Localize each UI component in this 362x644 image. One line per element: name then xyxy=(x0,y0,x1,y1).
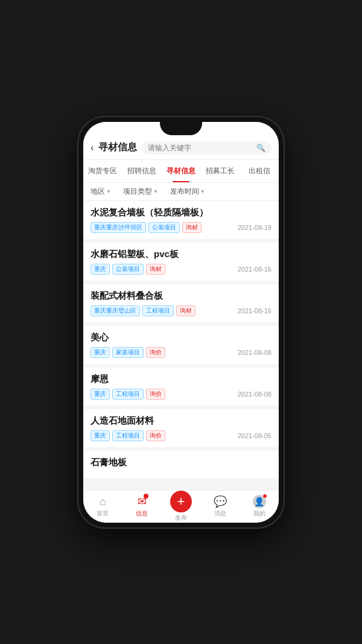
tab-recruit[interactable]: 招聘信息 xyxy=(122,160,162,182)
tag-location: 重庆 xyxy=(91,430,110,441)
tag-location: 重庆 xyxy=(91,389,110,400)
tag-action[interactable]: 询材 xyxy=(182,222,202,233)
chat-icon: 💬 xyxy=(214,495,227,508)
tag-location: 重庆重庆沙坪坝区 xyxy=(91,222,146,233)
filter-type-arrow: ▼ xyxy=(153,189,158,194)
nav-item-info[interactable]: ✉ 信息 xyxy=(122,491,162,523)
item-title: 水泥复合墙板（轻质隔墙板） xyxy=(91,207,272,218)
list-item[interactable]: 美心 重庆 家装项目 询价 2021-08-08 xyxy=(83,326,279,364)
tag-project: 工程项目 xyxy=(112,430,144,441)
tag-action[interactable]: 询材 xyxy=(146,264,165,275)
tag-action[interactable]: 询价 xyxy=(146,389,165,400)
search-icon: 🔍 xyxy=(256,144,265,152)
back-button[interactable]: ‹ xyxy=(91,142,94,153)
material-list: 水泥复合墙板（轻质隔墙板） 重庆重庆沙坪坝区 公装项目 询材 2021-08-1… xyxy=(83,201,279,490)
filter-date[interactable]: 发布时间 ▼ xyxy=(170,187,205,197)
list-item[interactable]: 摩恩 重庆 工程项目 询价 2021-08-08 xyxy=(83,368,279,406)
message-badge: ✉ xyxy=(138,495,147,508)
item-meta: 重庆 工程项目 询价 2021-08-08 xyxy=(91,389,272,400)
search-input[interactable] xyxy=(148,144,254,152)
tag-action[interactable]: 询价 xyxy=(146,347,165,358)
nav-item-chat[interactable]: 💬 消息 xyxy=(200,491,240,523)
item-date: 2021-08-08 xyxy=(238,391,272,398)
home-icon: ⌂ xyxy=(100,496,106,508)
tag-location: 重庆 xyxy=(91,264,110,275)
filter-region[interactable]: 地区 ▼ xyxy=(91,187,111,197)
item-meta: 重庆重庆璧山区 工程项目 询材 2021-08-16 xyxy=(91,305,272,316)
item-title: 水磨石铝塑板、pvc板 xyxy=(91,249,272,260)
tag-project: 公装项目 xyxy=(112,264,144,275)
item-title: 美心 xyxy=(91,332,272,343)
list-item[interactable]: 水泥复合墙板（轻质隔墙板） 重庆重庆沙坪坝区 公装项目 询材 2021-08-1… xyxy=(83,201,279,239)
list-item-truncated[interactable]: 石膏地板 xyxy=(83,451,279,478)
item-meta: 重庆 家装项目 询价 2021-08-08 xyxy=(91,347,272,358)
item-meta: 重庆重庆沙坪坝区 公装项目 询材 2021-08-19 xyxy=(91,222,272,233)
nav-label-home: 首页 xyxy=(97,509,109,518)
bottom-nav: ⌂ 首页 ✉ 信息 + 发布 💬 消息 xyxy=(83,490,279,523)
item-title: 石膏地板 xyxy=(91,457,272,468)
nav-label-my: 我的 xyxy=(253,509,265,518)
page-title: 寻材信息 xyxy=(98,141,137,154)
avatar-icon: 👤 xyxy=(253,495,266,508)
message-dot xyxy=(144,494,148,499)
nav-label-publish: 发布 xyxy=(175,514,187,522)
tag-project: 公装项目 xyxy=(148,222,180,233)
tabs-bar: 淘货专区 招聘信息 寻材信息 招募工长 出租信 xyxy=(83,160,279,183)
item-date: 2021-08-16 xyxy=(238,266,272,273)
nav-item-home[interactable]: ⌂ 首页 xyxy=(83,491,122,523)
filter-project-type[interactable]: 项目类型 ▼ xyxy=(123,187,158,197)
item-meta: 重庆 公装项目 询材 2021-08-16 xyxy=(91,264,272,275)
tag-project: 家装项目 xyxy=(112,347,144,358)
tag-action[interactable]: 询材 xyxy=(176,305,195,316)
list-item[interactable]: 水磨石铝塑板、pvc板 重庆 公装项目 询材 2021-08-16 xyxy=(83,243,279,281)
tag-action[interactable]: 询价 xyxy=(146,430,165,441)
tab-gongchang[interactable]: 招募工长 xyxy=(200,160,240,182)
tag-project: 工程项目 xyxy=(142,305,174,316)
item-date: 2021-08-16 xyxy=(238,307,272,314)
filter-region-arrow: ▼ xyxy=(106,189,111,194)
filter-date-arrow: ▼ xyxy=(200,189,205,194)
list-item[interactable]: 人造石地面材料 重庆 工程项目 询价 2021-08-05 xyxy=(83,409,279,447)
avatar-dot xyxy=(262,494,267,499)
tab-tao[interactable]: 淘货专区 xyxy=(83,160,122,182)
tag-location: 重庆重庆璧山区 xyxy=(91,305,140,316)
tag-location: 重庆 xyxy=(91,347,110,358)
item-title: 摩恩 xyxy=(91,374,272,385)
publish-button[interactable]: + xyxy=(170,491,192,512)
nav-item-my[interactable]: 👤 我的 xyxy=(240,491,279,523)
header: ‹ 寻材信息 🔍 xyxy=(83,136,279,160)
nav-label-chat: 消息 xyxy=(214,509,226,518)
item-date: 2021-08-19 xyxy=(238,224,272,231)
item-meta: 重庆 工程项目 询价 2021-08-05 xyxy=(91,430,272,441)
nav-item-publish[interactable]: + 发布 xyxy=(162,491,201,523)
tab-xuncai[interactable]: 寻材信息 xyxy=(162,160,201,182)
item-date: 2021-08-08 xyxy=(238,349,272,356)
search-bar[interactable]: 🔍 xyxy=(142,141,272,155)
list-item[interactable]: 装配式材料叠合板 重庆重庆璧山区 工程项目 询材 2021-08-16 xyxy=(83,284,279,322)
item-title: 装配式材料叠合板 xyxy=(91,290,272,302)
item-date: 2021-08-05 xyxy=(238,432,272,439)
message-icon: ✉ xyxy=(138,495,147,508)
nav-label-info: 信息 xyxy=(136,509,148,518)
item-title: 人造石地面材料 xyxy=(91,415,272,427)
tab-rental[interactable]: 出租信 xyxy=(240,160,279,182)
tag-project: 工程项目 xyxy=(112,389,144,400)
filter-row: 地区 ▼ 项目类型 ▼ 发布时间 ▼ xyxy=(83,183,279,201)
